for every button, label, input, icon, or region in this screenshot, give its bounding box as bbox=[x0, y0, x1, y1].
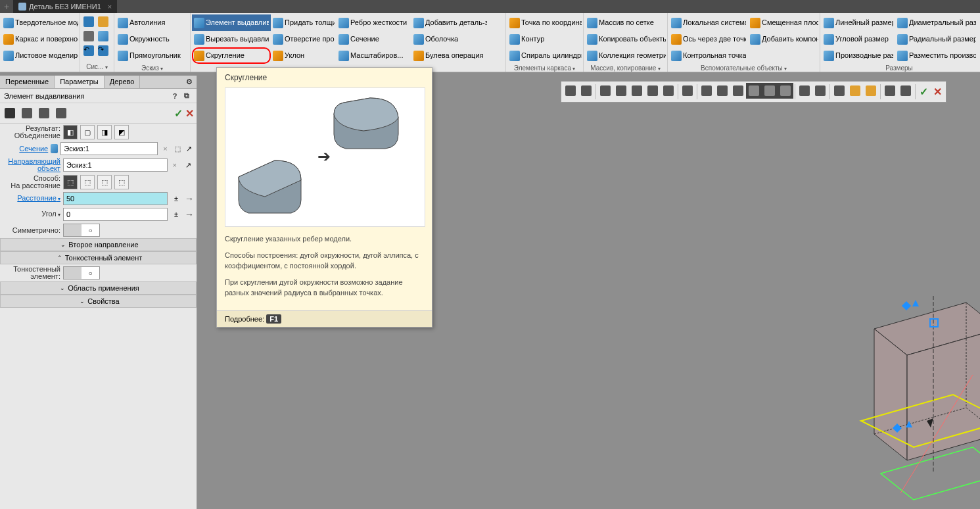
vt-4[interactable] bbox=[613, 83, 629, 99]
method-3[interactable]: ⬚ bbox=[97, 175, 112, 189]
aux-addcomp[interactable]: Добавить компоновочн... bbox=[748, 31, 820, 47]
tab-variables[interactable]: Переменные bbox=[0, 76, 55, 88]
thin-toggle[interactable]: ○ bbox=[63, 266, 100, 279]
union-mode[interactable]: ◧ bbox=[63, 125, 78, 139]
close-tab-icon[interactable]: × bbox=[108, 3, 112, 11]
section-pick2[interactable]: ↗ bbox=[185, 143, 194, 155]
section-second-direction[interactable]: ⌄Второе направление bbox=[0, 238, 197, 251]
new-mode[interactable]: ◩ bbox=[114, 125, 129, 139]
dim-linear[interactable]: Линейный размер bbox=[822, 14, 895, 31]
subtract-mode[interactable]: ▢ bbox=[80, 125, 95, 139]
aux-lcs[interactable]: Локальная система коорд... bbox=[669, 14, 748, 31]
new-tab-plus[interactable]: + bbox=[0, 1, 13, 12]
vt-1[interactable] bbox=[563, 83, 578, 99]
method-2[interactable]: ⬚ bbox=[80, 175, 95, 189]
panel-tool-2[interactable] bbox=[20, 106, 34, 120]
vt-apply[interactable]: ✓ bbox=[917, 83, 931, 101]
help-icon[interactable]: ? bbox=[169, 92, 181, 100]
preview-button[interactable] bbox=[96, 29, 110, 43]
mode-solid[interactable]: Твердотельное моделирование bbox=[1, 14, 80, 31]
vt-6[interactable] bbox=[645, 83, 661, 99]
document-tab[interactable]: Деталь БЕЗ ИМЕНИ1 × bbox=[13, 0, 117, 13]
section-properties[interactable]: ⌄Свойства bbox=[0, 295, 197, 308]
sketch-circle[interactable]: Окружность bbox=[116, 31, 189, 47]
angle-stepper[interactable]: ± bbox=[170, 208, 182, 220]
dim-angular[interactable]: Угловой размер bbox=[822, 31, 895, 47]
guide-input[interactable] bbox=[63, 158, 168, 172]
feat-section[interactable]: Сечение bbox=[337, 31, 411, 47]
angle-direction[interactable]: → bbox=[185, 209, 194, 220]
dim-place-derived[interactable]: Разместить производные... bbox=[895, 47, 978, 64]
intersect-mode[interactable]: ◨ bbox=[97, 125, 112, 139]
method-4[interactable]: ⬚ bbox=[114, 175, 129, 189]
group-title-aux[interactable]: Вспомогательные объекты bbox=[669, 64, 818, 72]
aux-axis[interactable]: Ось через две точки bbox=[669, 31, 748, 47]
section-scope[interactable]: ⌄Область применения bbox=[0, 281, 197, 295]
guide-label[interactable]: Направляющий объект bbox=[3, 158, 60, 172]
undo-button[interactable]: ↶ bbox=[82, 43, 96, 58]
sketch-autoline[interactable]: Автолиния bbox=[116, 14, 189, 31]
vt-3[interactable] bbox=[597, 83, 613, 99]
clear-guide[interactable]: × bbox=[170, 161, 179, 169]
print-button[interactable] bbox=[82, 29, 96, 43]
section-thin-wall[interactable]: ⌃Тонкостенный элемент bbox=[0, 251, 197, 264]
vt-15[interactable] bbox=[847, 83, 863, 99]
vt-5[interactable] bbox=[629, 83, 645, 99]
curve-helix[interactable]: Спираль цилиндрическ... bbox=[507, 47, 584, 64]
feat-hole[interactable]: Отверстие простое bbox=[271, 31, 337, 47]
vt-display-1[interactable] bbox=[746, 83, 762, 99]
angle-input[interactable] bbox=[63, 208, 168, 221]
feat-rib[interactable]: Ребро жесткости bbox=[337, 14, 411, 31]
array-collection[interactable]: Коллекция геометрии bbox=[585, 47, 668, 64]
aux-plane[interactable]: Смещенная плоскость bbox=[748, 14, 820, 31]
curve-point[interactable]: Точка по координатам bbox=[507, 14, 584, 31]
distance-input[interactable] bbox=[63, 192, 168, 205]
feat-add-part[interactable]: Добавить деталь-загото... bbox=[411, 14, 489, 31]
panel-tool-3[interactable] bbox=[37, 106, 51, 120]
tab-parameters[interactable]: Параметры bbox=[55, 76, 105, 88]
distance-label[interactable]: Расстояние bbox=[3, 195, 60, 203]
save-button[interactable] bbox=[82, 14, 96, 29]
section-label[interactable]: Сечение bbox=[3, 145, 48, 153]
mode-sheet[interactable]: Листовое моделирование bbox=[1, 47, 80, 64]
group-title-array[interactable]: Массив, копирование bbox=[585, 64, 666, 72]
cancel-button[interactable]: ✕ bbox=[185, 107, 194, 120]
sketch-rectangle[interactable]: Прямоугольник bbox=[116, 47, 189, 64]
feat-cut-extrude[interactable]: Вырезать выдавливанием bbox=[192, 31, 271, 47]
symmetric-toggle[interactable]: ○ bbox=[63, 224, 100, 237]
feat-shell[interactable]: Оболочка bbox=[411, 31, 489, 47]
group-title-system[interactable]: Сис... bbox=[82, 62, 112, 72]
vt-11[interactable] bbox=[730, 83, 746, 99]
array-copy[interactable]: Копировать объекты bbox=[585, 31, 668, 47]
vt-12[interactable] bbox=[797, 83, 812, 99]
redo-button[interactable]: ↷ bbox=[96, 43, 110, 58]
vt-16[interactable] bbox=[863, 83, 879, 99]
tree-toggle-icon[interactable]: ⧉ bbox=[181, 91, 193, 100]
vt-9[interactable] bbox=[699, 83, 714, 99]
group-title-curve[interactable]: Элементы каркаса bbox=[507, 64, 582, 72]
feat-boolean[interactable]: Булева операция bbox=[411, 47, 489, 64]
panel-gear-icon[interactable]: ⚙ bbox=[182, 76, 197, 88]
curve-contour[interactable]: Контур bbox=[507, 31, 584, 47]
dim-diameter[interactable]: Диаметральный размер bbox=[895, 14, 978, 31]
vt-cancel[interactable]: ✕ bbox=[931, 83, 945, 101]
feat-scale[interactable]: Масштабиров... bbox=[337, 47, 411, 64]
vt-14[interactable] bbox=[831, 83, 847, 99]
aux-ctrlpoint[interactable]: Контрольная точка bbox=[669, 47, 748, 64]
angle-label[interactable]: Угол bbox=[3, 210, 60, 218]
vt-13[interactable] bbox=[812, 83, 828, 99]
vt-8[interactable] bbox=[680, 83, 695, 99]
clear-section[interactable]: × bbox=[160, 145, 170, 153]
dim-derived[interactable]: Производные размеры bbox=[822, 47, 895, 64]
vt-display-2[interactable] bbox=[762, 83, 778, 99]
vt-10[interactable] bbox=[714, 83, 730, 99]
vt-2[interactable] bbox=[578, 83, 594, 99]
tab-tree[interactable]: Дерево bbox=[105, 76, 141, 88]
method-1[interactable]: ⬚ bbox=[63, 175, 78, 189]
vt-18[interactable] bbox=[898, 83, 914, 99]
feat-thicken[interactable]: Придать толщину bbox=[271, 14, 337, 31]
distance-stepper[interactable]: ± bbox=[170, 193, 182, 205]
feat-draft[interactable]: Уклон bbox=[271, 47, 337, 64]
vt-17[interactable] bbox=[882, 83, 898, 99]
apply-button[interactable]: ✓ bbox=[174, 107, 183, 120]
